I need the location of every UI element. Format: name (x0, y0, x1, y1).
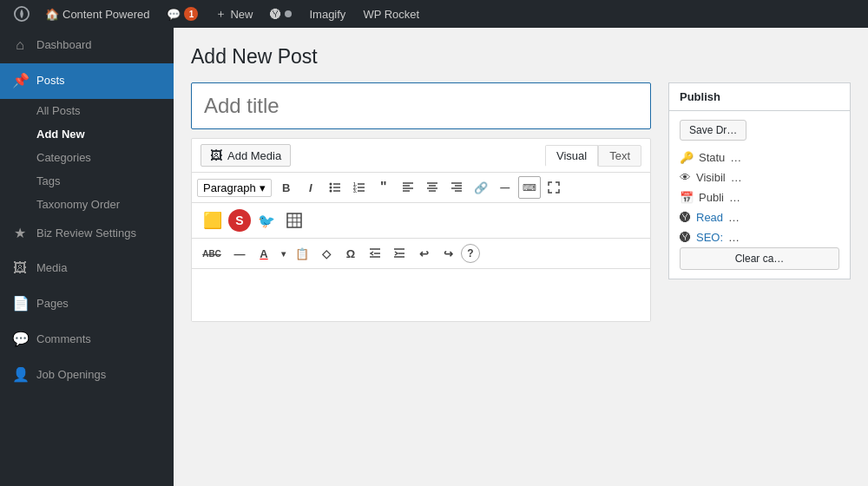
sidebar-item-comments[interactable]: 💬 Comments (0, 322, 174, 358)
status-row: 🔑 Statu… (680, 148, 839, 167)
editor-wrap: 🖼 Add Media Visual Text (191, 138, 651, 322)
sidebar-item-job-openings[interactable]: 👤 Job Openings (0, 358, 174, 393)
site-name-bar-item[interactable]: 🏠 Content Powered (36, 0, 158, 28)
font-color-button[interactable]: A (253, 242, 275, 265)
readability-link[interactable]: Read (696, 211, 723, 224)
keyboard-shortcuts-button[interactable]: ⌨ (518, 176, 541, 199)
comments-bar-item[interactable]: 💬 1 (158, 0, 207, 28)
svg-point-3 (329, 187, 332, 189)
clear-cache-button[interactable]: Clear ca… (680, 247, 839, 270)
sidebar-item-categories[interactable]: Categories (0, 146, 174, 169)
seo-link[interactable]: SEO: (696, 231, 723, 244)
admin-bar: 🏠 Content Powered 💬 1 ＋ New 🅨 Imagify WP… (0, 0, 868, 28)
indent-button[interactable] (388, 242, 411, 265)
main-layout: ⌂ Dashboard 📌 Posts All Posts Add New Ca… (0, 28, 868, 486)
outdent-button[interactable] (364, 242, 386, 265)
more-break-button[interactable]: — (494, 176, 516, 199)
align-left-button[interactable] (397, 176, 419, 199)
add-media-button[interactable]: 🖼 Add Media (201, 144, 291, 167)
blockquote-button[interactable]: " (372, 176, 395, 199)
scribd-icon-button[interactable]: S (228, 209, 251, 232)
help-button[interactable]: ? (461, 244, 480, 263)
right-sidebar: Publish Save Dr… 🔑 Statu… 👁 Visibil… (660, 82, 851, 322)
paragraph-dropdown-icon: ▾ (260, 181, 266, 194)
new-bar-item[interactable]: ＋ New (207, 0, 261, 28)
job-openings-label: Job Openings (36, 368, 106, 383)
content-area: Add New Post 🖼 Add Media (174, 28, 868, 486)
editor-with-sidebar: 🖼 Add Media Visual Text (191, 82, 851, 322)
status-icon: 🔑 (680, 151, 694, 164)
special-char-button[interactable]: Ω (339, 242, 362, 265)
visibility-row: 👁 Visibil… (680, 167, 839, 187)
pages-label: Pages (36, 297, 69, 312)
strikethrough-button[interactable]: ABC (197, 242, 227, 265)
fullscreen-button[interactable] (542, 176, 565, 199)
twitter-icon-button[interactable]: 🐦 (254, 208, 279, 233)
sidebar-item-pages[interactable]: 📄 Pages (0, 286, 174, 322)
sidebar-item-all-posts[interactable]: All Posts (0, 99, 174, 122)
paragraph-select[interactable]: Paragraph ▾ (197, 179, 272, 197)
bold-button[interactable]: B (275, 176, 298, 199)
toolbar-row-3: ABC — A ▾ 📋 ◇ Ω ↩ ↪ (192, 239, 650, 269)
pages-icon: 📄 (12, 295, 28, 313)
job-openings-icon: 👤 (12, 366, 28, 384)
add-media-icon: 🖼 (210, 148, 222, 162)
admin-sidebar: ⌂ Dashboard 📌 Posts All Posts Add New Ca… (0, 28, 174, 486)
paragraph-label: Paragraph (203, 181, 256, 194)
publish-box-body: Save Dr… 🔑 Statu… 👁 Visibil… 📅 Publ (669, 111, 850, 279)
sidebar-item-add-new[interactable]: Add New (0, 122, 174, 146)
svg-point-5 (329, 190, 332, 193)
add-new-label: Add New (36, 128, 85, 141)
clear-formatting-button[interactable]: ◇ (315, 242, 338, 265)
status-label: Statu (699, 151, 725, 164)
yoast-icon: 🅨 (270, 8, 281, 21)
font-color-dropdown[interactable]: ▾ (277, 242, 289, 265)
editor-tabs: Visual Text (545, 145, 641, 167)
tab-text[interactable]: Text (598, 145, 641, 167)
dashboard-label: Dashboard (36, 38, 92, 53)
toolbar-row-1: Paragraph ▾ B I 1.2.3. " (192, 173, 650, 203)
site-name: Content Powered (62, 8, 149, 21)
visibility-label: Visibil (696, 171, 726, 184)
tab-visual[interactable]: Visual (545, 145, 598, 167)
sidebar-item-tags[interactable]: Tags (0, 169, 174, 193)
comments-badge: 1 (184, 7, 198, 21)
table-icon-button[interactable] (282, 208, 306, 233)
sidebar-item-biz-review[interactable]: ★ Biz Review Settings (0, 216, 174, 252)
categories-label: Categories (36, 151, 91, 164)
editor-body[interactable] (192, 269, 650, 321)
sidebar-item-dashboard[interactable]: ⌂ Dashboard (0, 28, 174, 63)
align-center-button[interactable] (421, 176, 444, 199)
undo-button[interactable]: ↩ (412, 242, 435, 265)
post-title-input[interactable] (192, 83, 650, 128)
imagify-label: Imagify (309, 8, 345, 21)
media-label: Media (36, 261, 67, 276)
svg-text:3.: 3. (353, 188, 358, 194)
publish-box: Publish Save Dr… 🔑 Statu… 👁 Visibil… (668, 82, 851, 279)
wprocket-bar-item[interactable]: WP Rocket (354, 0, 428, 28)
sidebar-item-media[interactable]: 🖼 Media (0, 251, 174, 286)
ordered-list-button[interactable]: 1.2.3. (348, 176, 371, 199)
align-right-button[interactable] (445, 176, 468, 199)
yellow-icon-button[interactable]: 🟨 (201, 208, 225, 233)
yoast-bar-item[interactable]: 🅨 (261, 0, 300, 28)
sidebar-item-posts[interactable]: 📌 Posts (0, 63, 174, 99)
save-draft-button[interactable]: Save Dr… (680, 120, 746, 141)
unordered-list-button[interactable] (324, 176, 346, 199)
wprocket-label: WP Rocket (363, 8, 419, 21)
link-button[interactable]: 🔗 (470, 176, 492, 199)
redo-button[interactable]: ↪ (437, 242, 459, 265)
publish-box-title: Publish (669, 83, 850, 111)
taxonomy-order-label: Taxonomy Order (36, 198, 120, 211)
imagify-bar-item[interactable]: Imagify (300, 0, 354, 28)
home-icon: 🏠 (45, 8, 59, 21)
italic-button[interactable]: I (299, 176, 322, 199)
wp-logo[interactable] (7, 0, 36, 28)
sidebar-item-taxonomy-order[interactable]: Taxonomy Order (0, 193, 174, 216)
yoast-seo-icon: 🅨 (680, 231, 691, 244)
tags-label: Tags (36, 174, 60, 187)
biz-review-label: Biz Review Settings (36, 227, 136, 241)
media-icon: 🖼 (12, 259, 28, 278)
paste-text-button[interactable]: 📋 (291, 242, 313, 265)
horizontal-rule-button[interactable]: — (228, 242, 251, 265)
